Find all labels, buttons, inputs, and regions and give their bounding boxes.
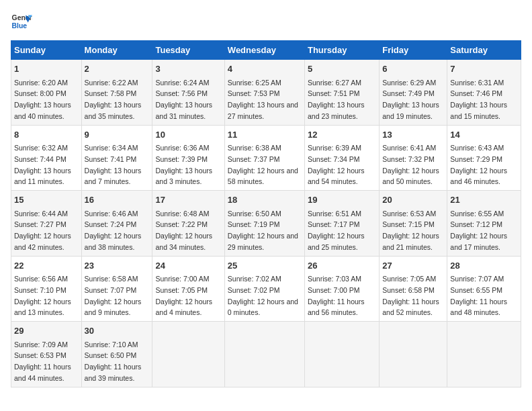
calendar-cell: 8 Sunrise: 6:32 AMSunset: 7:44 PMDayligh… [11,125,82,191]
day-number: 19 [308,193,376,207]
col-header-friday: Friday [380,41,447,60]
calendar-cell [224,322,304,387]
day-number: 12 [308,128,376,142]
cell-details: Sunrise: 6:55 AMSunset: 7:12 PMDaylight:… [450,210,507,251]
cell-details: Sunrise: 6:46 AMSunset: 7:24 PMDaylight:… [85,210,142,251]
calendar-cell: 5 Sunrise: 6:27 AMSunset: 7:51 PMDayligh… [304,60,379,126]
day-number: 14 [450,128,518,142]
col-header-thursday: Thursday [304,41,379,60]
cell-details: Sunrise: 6:34 AMSunset: 7:41 PMDaylight:… [85,144,142,185]
day-number: 17 [155,193,221,207]
cell-details: Sunrise: 6:22 AMSunset: 7:58 PMDaylight:… [85,79,142,120]
week-row-2: 8 Sunrise: 6:32 AMSunset: 7:44 PMDayligh… [11,125,521,191]
day-number: 10 [155,128,221,142]
calendar-cell: 3 Sunrise: 6:24 AMSunset: 7:56 PMDayligh… [152,60,224,126]
logo-icon: General Blue [11,11,32,32]
cell-details: Sunrise: 6:48 AMSunset: 7:22 PMDaylight:… [155,210,212,251]
day-number: 9 [85,128,150,142]
cell-details: Sunrise: 7:09 AMSunset: 6:53 PMDaylight:… [14,340,71,382]
cell-details: Sunrise: 6:51 AMSunset: 7:17 PMDaylight:… [308,210,365,251]
cell-details: Sunrise: 6:41 AMSunset: 7:32 PMDaylight:… [382,144,439,185]
calendar-cell: 10 Sunrise: 6:36 AMSunset: 7:39 PMDaylig… [152,125,224,191]
calendar-cell: 24 Sunrise: 7:00 AMSunset: 7:05 PMDaylig… [152,256,224,322]
cell-details: Sunrise: 6:50 AMSunset: 7:19 PMDaylight:… [228,210,298,251]
col-header-saturday: Saturday [447,41,521,60]
week-row-3: 15 Sunrise: 6:44 AMSunset: 7:27 PMDaylig… [11,191,521,257]
day-number: 13 [382,128,444,142]
day-number: 16 [85,193,150,207]
calendar-cell: 19 Sunrise: 6:51 AMSunset: 7:17 PMDaylig… [304,191,379,257]
calendar-cell: 18 Sunrise: 6:50 AMSunset: 7:19 PMDaylig… [224,191,304,257]
cell-details: Sunrise: 6:24 AMSunset: 7:56 PMDaylight:… [155,79,212,120]
calendar-cell: 13 Sunrise: 6:41 AMSunset: 7:32 PMDaylig… [380,125,447,191]
header: General Blue [11,11,521,32]
cell-details: Sunrise: 6:36 AMSunset: 7:39 PMDaylight:… [155,144,212,185]
day-number: 2 [85,62,150,76]
cell-details: Sunrise: 7:02 AMSunset: 7:02 PMDaylight:… [228,275,298,316]
calendar-cell: 11 Sunrise: 6:38 AMSunset: 7:37 PMDaylig… [224,125,304,191]
day-number: 6 [382,62,444,76]
cell-details: Sunrise: 7:10 AMSunset: 6:50 PMDaylight:… [85,340,142,382]
calendar-cell: 17 Sunrise: 6:48 AMSunset: 7:22 PMDaylig… [152,191,224,257]
day-number: 7 [450,62,518,76]
week-row-5: 29 Sunrise: 7:09 AMSunset: 6:53 PMDaylig… [11,322,521,387]
calendar-cell: 29 Sunrise: 7:09 AMSunset: 6:53 PMDaylig… [11,322,82,387]
day-number: 1 [14,62,79,76]
calendar-cell: 15 Sunrise: 6:44 AMSunset: 7:27 PMDaylig… [11,191,82,257]
day-number: 26 [308,259,376,273]
calendar-cell: 7 Sunrise: 6:31 AMSunset: 7:46 PMDayligh… [447,60,521,126]
calendar-cell [152,322,224,387]
calendar-cell: 16 Sunrise: 6:46 AMSunset: 7:24 PMDaylig… [81,191,152,257]
calendar-cell: 12 Sunrise: 6:39 AMSunset: 7:34 PMDaylig… [304,125,379,191]
col-header-sunday: Sunday [11,41,82,60]
header-row: SundayMondayTuesdayWednesdayThursdayFrid… [11,41,521,60]
cell-details: Sunrise: 6:44 AMSunset: 7:27 PMDaylight:… [14,210,71,251]
calendar-cell: 4 Sunrise: 6:25 AMSunset: 7:53 PMDayligh… [224,60,304,126]
cell-details: Sunrise: 7:03 AMSunset: 7:00 PMDaylight:… [308,275,365,316]
day-number: 22 [14,259,79,273]
calendar-cell: 20 Sunrise: 6:53 AMSunset: 7:15 PMDaylig… [380,191,447,257]
calendar-cell: 25 Sunrise: 7:02 AMSunset: 7:02 PMDaylig… [224,256,304,322]
calendar-cell: 28 Sunrise: 7:07 AMSunset: 6:55 PMDaylig… [447,256,521,322]
day-number: 25 [228,259,302,273]
cell-details: Sunrise: 7:07 AMSunset: 6:55 PMDaylight:… [450,275,507,316]
day-number: 5 [308,62,376,76]
day-number: 11 [228,128,302,142]
cell-details: Sunrise: 6:56 AMSunset: 7:10 PMDaylight:… [14,275,71,316]
day-number: 15 [14,193,79,207]
logo: General Blue [11,11,32,32]
calendar-cell: 23 Sunrise: 6:58 AMSunset: 7:07 PMDaylig… [81,256,152,322]
calendar-cell: 6 Sunrise: 6:29 AMSunset: 7:49 PMDayligh… [380,60,447,126]
calendar-cell: 21 Sunrise: 6:55 AMSunset: 7:12 PMDaylig… [447,191,521,257]
calendar-cell [380,322,447,387]
day-number: 27 [382,259,444,273]
cell-details: Sunrise: 7:05 AMSunset: 6:58 PMDaylight:… [382,275,439,316]
day-number: 21 [450,193,518,207]
day-number: 24 [155,259,221,273]
day-number: 8 [14,128,79,142]
day-number: 23 [85,259,150,273]
cell-details: Sunrise: 6:25 AMSunset: 7:53 PMDaylight:… [228,79,298,120]
week-row-1: 1 Sunrise: 6:20 AMSunset: 8:00 PMDayligh… [11,60,521,126]
day-number: 3 [155,62,221,76]
calendar-cell: 30 Sunrise: 7:10 AMSunset: 6:50 PMDaylig… [81,322,152,387]
cell-details: Sunrise: 6:27 AMSunset: 7:51 PMDaylight:… [308,79,365,120]
calendar-table: SundayMondayTuesdayWednesdayThursdayFrid… [11,40,521,387]
calendar-cell: 22 Sunrise: 6:56 AMSunset: 7:10 PMDaylig… [11,256,82,322]
day-number: 18 [228,193,302,207]
cell-details: Sunrise: 7:00 AMSunset: 7:05 PMDaylight:… [155,275,212,316]
cell-details: Sunrise: 6:29 AMSunset: 7:49 PMDaylight:… [382,79,439,120]
calendar-cell: 9 Sunrise: 6:34 AMSunset: 7:41 PMDayligh… [81,125,152,191]
day-number: 30 [85,324,150,338]
cell-details: Sunrise: 6:31 AMSunset: 7:46 PMDaylight:… [450,79,507,120]
day-number: 29 [14,324,79,338]
day-number: 28 [450,259,518,273]
cell-details: Sunrise: 6:39 AMSunset: 7:34 PMDaylight:… [308,144,365,185]
cell-details: Sunrise: 6:38 AMSunset: 7:37 PMDaylight:… [228,144,298,185]
day-number: 4 [228,62,302,76]
day-number: 20 [382,193,444,207]
svg-text:Blue: Blue [12,22,28,30]
calendar-cell [304,322,379,387]
calendar-cell: 14 Sunrise: 6:43 AMSunset: 7:29 PMDaylig… [447,125,521,191]
calendar-cell: 27 Sunrise: 7:05 AMSunset: 6:58 PMDaylig… [380,256,447,322]
